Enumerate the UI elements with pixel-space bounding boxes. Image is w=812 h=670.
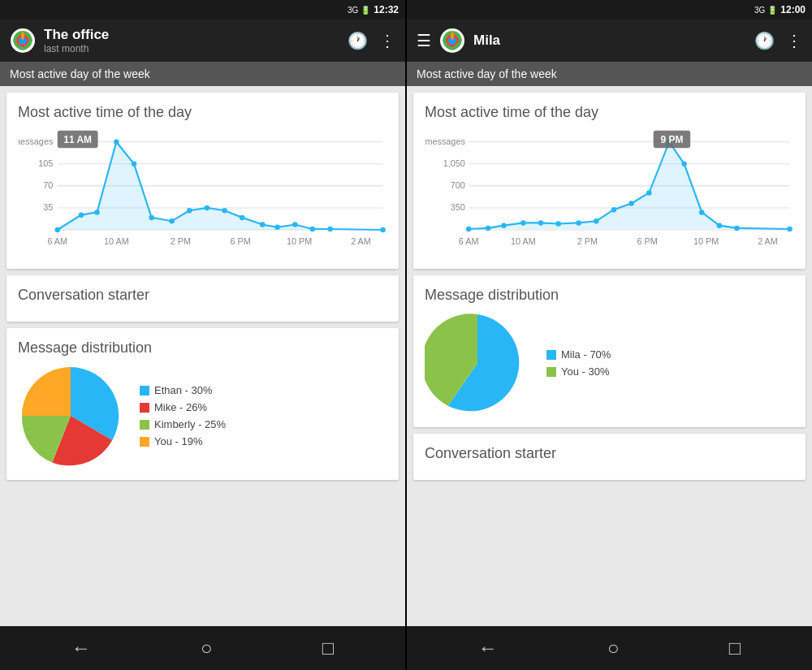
svg-text:1,050: 1,050 [443,158,465,168]
signal-icon-right: 3G [754,6,765,15]
svg-text:700: 700 [451,180,465,190]
svg-text:1,400 messages: 1,400 messages [425,136,465,146]
conversation-starter-right: Conversation starter [413,434,806,480]
pie-chart-left [18,363,123,469]
legend-item-mila: Mila - 70% [546,348,611,361]
legend-label-you-right: You - 30% [561,365,610,378]
share-icon-right[interactable]: ⋮ [786,31,802,50]
app-bar-actions-left: 🕐 ⋮ [348,31,395,50]
legend-item-you-left: You - 19% [140,435,226,447]
svg-point-16 [149,215,154,221]
conversation-starter-left: Conversation starter [6,275,399,322]
back-button-left[interactable]: ← [65,630,97,666]
svg-rect-37 [140,403,149,413]
share-icon-left[interactable]: ⋮ [379,31,395,50]
app-bar-actions-right: 🕐 ⋮ [754,31,802,50]
svg-point-55 [538,220,544,226]
time-chart-left: 140 messages 105 70 35 [18,128,387,257]
svg-point-53 [501,223,507,228]
svg-text:10 PM: 10 PM [693,236,719,246]
app-bar-left: The office last month 🕐 ⋮ [0,19,405,62]
svg-point-51 [466,227,472,231]
svg-text:2 PM: 2 PM [577,236,598,246]
back-button-right[interactable]: ← [472,630,504,666]
svg-point-18 [187,208,192,214]
status-icons-left: 3G 🔋 [348,6,370,15]
svg-point-54 [520,220,526,226]
sub-header-text-left: Most active day of the week [10,67,150,80]
svg-point-65 [717,223,723,228]
pie-legend-right: Mila - 70% You - 30% [546,348,611,378]
svg-point-12 [79,212,84,218]
home-button-left[interactable]: ○ [194,630,219,666]
svg-text:2 PM: 2 PM [171,236,191,246]
svg-point-22 [260,222,266,227]
svg-text:35: 35 [43,202,53,212]
legend-item-kimberly: Kimberly - 25% [140,418,226,430]
conversation-starter-title-right: Conversation starter [425,445,794,462]
signal-icon-left: 3G [348,6,358,15]
svg-point-14 [114,139,119,145]
svg-point-25 [310,227,316,231]
clock-icon-right[interactable]: 🕐 [754,31,775,50]
time-card-title-left: Most active time of the day [18,104,387,121]
svg-text:6 PM: 6 PM [637,236,657,246]
svg-point-13 [94,210,100,215]
screen-left: 3G 🔋 12:32 The office last month 🕐 ⋮ [0,0,405,670]
svg-rect-38 [140,420,149,430]
recent-button-left[interactable]: □ [316,630,341,666]
svg-point-61 [646,190,652,196]
svg-point-60 [628,201,634,206]
svg-text:6 PM: 6 PM [230,236,250,246]
svg-point-26 [327,227,333,231]
svg-point-17 [169,218,175,224]
legend-label-mike: Mike - 26% [154,401,207,413]
svg-point-24 [292,222,298,227]
message-dist-card-left: Message distribution [6,328,399,480]
home-button-right[interactable]: ○ [601,630,626,666]
pie-section-left: Ethan - 30% Mike - 26% Kimberly - 25% [18,363,387,469]
app-subtitle-left: last month [44,43,339,54]
svg-text:140 messages: 140 messages [18,136,54,146]
time-card-right: Most active time of the day 1,400 messag… [413,93,806,269]
screen-right: 3G 🔋 12:00 ☰ Mila 🕐 ⋮ [407,0,812,670]
nav-bar-right: ← ○ □ [407,626,812,670]
svg-point-66 [734,226,740,231]
chart-svg-left: 140 messages 105 70 35 [18,128,387,257]
svg-text:2 AM: 2 AM [351,236,371,246]
svg-rect-77 [546,367,556,377]
time-card-title-right: Most active time of the day [425,104,794,121]
sub-header-left: Most active day of the week [0,62,405,86]
legend-item-mike: Mike - 26% [140,401,226,413]
sub-header-text-right: Most active day of the week [417,67,557,80]
sub-header-right: Most active day of the week [407,62,812,86]
message-dist-card-right: Message distribution Mila - 70% [413,275,806,427]
legend-item-ethan: Ethan - 30% [140,384,226,396]
status-icons-right: 3G 🔋 [754,6,777,15]
svg-point-20 [222,208,227,214]
svg-text:105: 105 [38,158,53,168]
content-area-left: Most active time of the day 140 messages… [0,86,405,626]
app-title-container-right: Mila [473,32,746,49]
battery-icon-left: 🔋 [361,6,370,15]
legend-label-mila: Mila - 70% [561,348,611,361]
svg-rect-39 [140,437,149,447]
battery-icon-right: 🔋 [767,6,777,15]
message-dist-title-right: Message distribution [425,287,794,304]
svg-point-56 [555,221,561,227]
app-title-container-left: The office last month [44,27,339,54]
svg-point-67 [787,227,793,231]
svg-point-19 [205,205,210,211]
svg-point-11 [55,227,61,233]
nav-bar-left: ← ○ □ [0,626,405,670]
svg-point-23 [274,225,280,231]
svg-point-15 [132,162,137,167]
clock-icon-left[interactable]: 🕐 [348,31,368,50]
svg-text:10 AM: 10 AM [511,236,536,246]
svg-text:350: 350 [451,202,465,212]
time-chart-right: 1,400 messages 1,050 700 350 [425,128,794,257]
recent-button-right[interactable]: □ [723,630,748,666]
hamburger-icon-right[interactable]: ☰ [417,31,431,50]
svg-point-64 [699,210,705,215]
svg-point-57 [576,220,581,226]
